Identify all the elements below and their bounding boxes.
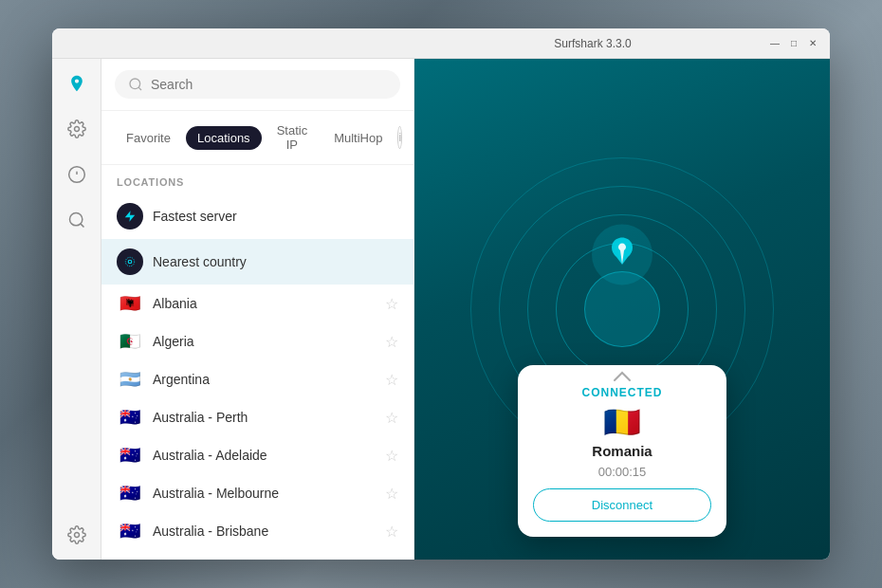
algeria-flag: 🇩🇿 <box>117 332 143 351</box>
aus-adelaide-flag: 🇦🇺 <box>117 446 143 465</box>
list-item-aus-brisbane[interactable]: 🇦🇺 Australia - Brisbane ☆ <box>101 512 413 550</box>
list-item-nearest[interactable]: Nearest country <box>101 239 413 285</box>
fastest-server-icon <box>117 203 143 230</box>
argentina-favorite-star[interactable]: ☆ <box>385 371 398 389</box>
connected-country-name: Romania <box>592 443 652 459</box>
app-window: Surfshark 3.3.0 — □ ✕ <box>52 28 830 560</box>
window-controls: — □ ✕ <box>769 38 818 49</box>
nearest-country-icon <box>117 248 143 275</box>
svg-point-0 <box>74 127 79 132</box>
connected-country-flag: 🇷🇴 <box>603 407 641 437</box>
chevron-up-icon <box>613 371 632 382</box>
search-bar <box>101 59 413 111</box>
list-item-algeria[interactable]: 🇩🇿 Algeria ☆ <box>101 322 413 360</box>
connected-body: 🇷🇴 Romania 00:00:15 Disconnect <box>518 399 726 537</box>
fastest-server-label: Fastest server <box>153 209 398 224</box>
connected-card: CONNECTED 🇷🇴 Romania 00:00:15 Disconnect <box>518 365 726 537</box>
aus-melbourne-label: Australia - Melbourne <box>153 486 376 501</box>
search-input-wrap[interactable] <box>115 70 400 99</box>
aus-perth-flag: 🇦🇺 <box>117 408 143 427</box>
svg-point-7 <box>130 79 140 89</box>
minimize-button[interactable]: — <box>769 38 781 49</box>
sidebar-logo-icon[interactable] <box>64 70 90 97</box>
svg-point-6 <box>74 533 79 538</box>
list-item-aus-perth[interactable]: 🇦🇺 Australia - Perth ☆ <box>101 398 413 436</box>
svg-point-4 <box>69 213 82 226</box>
aus-melbourne-favorite-star[interactable]: ☆ <box>385 485 398 503</box>
svg-point-10 <box>128 260 132 264</box>
sidebar-search-icon[interactable] <box>64 207 90 233</box>
sidebar-gear-icon[interactable] <box>64 522 90 548</box>
title-bar: Surfshark 3.3.0 — □ ✕ <box>52 28 830 59</box>
close-button[interactable]: ✕ <box>807 38 818 49</box>
list-item-argentina[interactable]: 🇦🇷 Argentina ☆ <box>101 360 413 398</box>
surfshark-logo <box>592 224 652 285</box>
tab-favorite[interactable]: Favorite <box>115 126 182 150</box>
svg-marker-9 <box>125 211 136 222</box>
locations-section-header: LOCATIONS <box>101 165 413 193</box>
tab-static-ip[interactable]: Static IP <box>266 119 320 156</box>
list-item-aus-sydney[interactable]: 🇦🇺 Australia - Sydney ☆ <box>101 550 413 560</box>
algeria-favorite-star[interactable]: ☆ <box>385 333 398 351</box>
list-item-aus-melbourne[interactable]: 🇦🇺 Australia - Melbourne ☆ <box>101 474 413 512</box>
aus-adelaide-favorite-star[interactable]: ☆ <box>385 447 398 465</box>
nearest-country-label: Nearest country <box>153 254 398 269</box>
aus-perth-favorite-star[interactable]: ☆ <box>385 409 398 427</box>
aus-melbourne-flag: 🇦🇺 <box>117 484 143 503</box>
info-icon[interactable]: i <box>397 126 402 149</box>
app-content: Favorite Locations Static IP MultiHop i … <box>52 59 830 560</box>
disconnect-button[interactable]: Disconnect <box>533 488 711 522</box>
search-icon <box>128 77 143 92</box>
vpn-status-panel: CONNECTED 🇷🇴 Romania 00:00:15 Disconnect <box>414 59 830 560</box>
desktop-background: Surfshark 3.3.0 — □ ✕ <box>0 0 882 588</box>
sidebar <box>52 59 101 560</box>
main-panel: Favorite Locations Static IP MultiHop i … <box>101 59 414 560</box>
sidebar-settings-icon[interactable] <box>64 116 90 142</box>
tab-locations[interactable]: Locations <box>186 126 262 150</box>
aus-brisbane-label: Australia - Brisbane <box>153 524 376 539</box>
aus-brisbane-flag: 🇦🇺 <box>117 522 143 541</box>
aus-brisbane-favorite-star[interactable]: ☆ <box>385 523 398 541</box>
locations-list: LOCATIONS Fastest server Nearest coun <box>101 165 413 560</box>
argentina-label: Argentina <box>153 372 376 387</box>
list-item-albania[interactable]: 🇦🇱 Albania ☆ <box>101 285 413 322</box>
maximize-button[interactable]: □ <box>788 38 799 49</box>
list-item-fastest[interactable]: Fastest server <box>101 193 413 239</box>
list-item-aus-adelaide[interactable]: 🇦🇺 Australia - Adelaide ☆ <box>101 436 413 474</box>
connected-status-label: CONNECTED <box>518 382 726 399</box>
aus-perth-label: Australia - Perth <box>153 410 376 425</box>
argentina-flag: 🇦🇷 <box>117 370 143 389</box>
svg-point-11 <box>125 257 134 266</box>
svg-line-8 <box>138 87 141 90</box>
connection-timer: 00:00:15 <box>598 465 647 479</box>
albania-favorite-star[interactable]: ☆ <box>385 295 398 313</box>
albania-label: Albania <box>153 296 376 311</box>
tab-multihop[interactable]: MultiHop <box>322 126 394 150</box>
tabs-bar: Favorite Locations Static IP MultiHop i <box>101 111 413 165</box>
search-input[interactable] <box>151 77 387 92</box>
albania-flag: 🇦🇱 <box>117 294 143 313</box>
algeria-label: Algeria <box>153 334 376 349</box>
window-title: Surfshark 3.3.0 <box>416 37 769 50</box>
aus-adelaide-label: Australia - Adelaide <box>153 448 376 463</box>
sidebar-alert-icon[interactable] <box>64 161 90 188</box>
svg-line-5 <box>80 224 83 228</box>
